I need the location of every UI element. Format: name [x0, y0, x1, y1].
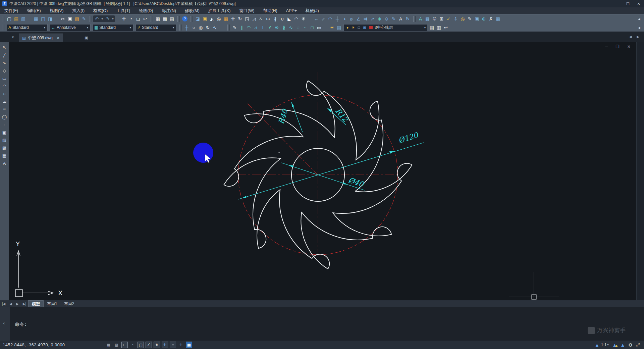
chevron-down-icon[interactable]: ▾ — [607, 343, 609, 346]
break-icon[interactable]: ∦ — [272, 15, 279, 22]
polar-toggle[interactable]: ◔ — [129, 342, 136, 348]
toolbar-grip[interactable] — [29, 16, 31, 22]
regen-icon[interactable]: ↻ — [204, 24, 211, 31]
layer-plot-icon[interactable]: ⊞ — [362, 24, 367, 31]
stretch-icon[interactable]: ◿ — [251, 15, 258, 22]
line-tool-icon[interactable]: — — [218, 24, 225, 31]
nearest-icon[interactable]: ∦ — [280, 24, 287, 31]
cut-icon[interactable]: ✂ — [59, 15, 66, 22]
polygon-tool[interactable]: ◇ — [1, 67, 8, 74]
zoom-realtime-icon[interactable]: ◔ — [127, 15, 135, 22]
block-tool[interactable]: ▣ — [1, 129, 8, 136]
table-tool[interactable]: ▦ — [1, 152, 8, 159]
chevron-down-icon[interactable]: ▼ — [172, 26, 175, 29]
menu-draw[interactable]: 绘图(D) — [135, 7, 157, 14]
workspace-switch-icon[interactable]: ▲ — [620, 342, 625, 348]
ellipse-tool[interactable]: ◯ — [1, 113, 8, 121]
symbol-icon[interactable]: © — [431, 15, 438, 22]
redo-dropdown[interactable]: ▾ — [111, 15, 115, 22]
toolbar-grip[interactable] — [309, 16, 311, 22]
quickprop-toggle[interactable]: ✛ — [178, 342, 184, 348]
text-scale-icon[interactable]: ⇕ — [452, 15, 459, 22]
gear-icon[interactable]: ⚙ — [628, 342, 633, 348]
menu-tools[interactable]: 工具(T) — [112, 7, 135, 14]
block-edit-icon[interactable]: ▣ — [473, 15, 480, 22]
table-icon[interactable]: ▦ — [424, 15, 431, 22]
spline-tool[interactable]: ≈ — [1, 105, 8, 113]
mtext-tool[interactable]: A — [1, 159, 8, 167]
dim-arc-icon[interactable]: ◠ — [327, 15, 334, 22]
dim-angular-icon[interactable]: ∠ — [355, 15, 362, 22]
dyn-input-toggle[interactable]: ✛ — [162, 342, 168, 348]
undo-dropdown[interactable]: ▾ — [100, 15, 104, 22]
dim-linear-icon[interactable]: ↔ — [313, 15, 320, 22]
menu-edit[interactable]: 编辑(E) — [22, 7, 45, 14]
plot-icon[interactable]: ▦ — [33, 15, 40, 22]
offset-icon[interactable]: ◎ — [215, 15, 222, 22]
dim-radius-icon[interactable]: ◑ — [341, 15, 348, 22]
dim-diameter-icon[interactable]: ⌀ — [348, 15, 355, 22]
circle-tool-icon[interactable]: ○ — [190, 24, 197, 31]
layer-color-swatch[interactable] — [369, 26, 373, 29]
dim-text-edit-icon[interactable]: A — [397, 15, 404, 22]
menu-help[interactable]: 帮助(H) — [259, 7, 281, 14]
angle-snap-toggle[interactable]: ∠ — [146, 342, 152, 348]
open-file-icon[interactable]: ▤ — [13, 15, 20, 22]
tab-layout2[interactable]: 布局2 — [61, 300, 78, 307]
toolbar-overflow-button[interactable]: ◂ — [636, 24, 643, 31]
osnap-toggle[interactable]: ▢ — [138, 342, 144, 348]
explode-icon[interactable]: ✳ — [300, 15, 307, 22]
intersect-icon[interactable]: ⊻ — [266, 24, 273, 31]
arc-mode-icon[interactable]: ◠ — [245, 24, 252, 31]
command-window[interactable]: ✕ 命令: 命令: _saveas 命令: 自动保存到 C:\Users\ABC… — [0, 307, 644, 341]
toolbar-grip[interactable] — [413, 16, 416, 22]
toolbar-grip[interactable] — [2, 16, 4, 22]
layout-nav-prev[interactable]: ◀ — [9, 302, 12, 306]
menu-file[interactable]: 文件(F) — [0, 7, 22, 14]
toolbar-grip[interactable] — [2, 24, 4, 31]
snap-toggle[interactable]: ▦ — [105, 342, 112, 348]
undo-icon[interactable]: ↶ — [93, 15, 100, 22]
toolbar-grip[interactable] — [227, 24, 230, 31]
new-file-icon[interactable]: ▢ — [6, 15, 13, 22]
tab-scroll-arrows[interactable]: ◀ ▶ — [629, 35, 641, 39]
layer-freeze-icon[interactable]: ☀ — [351, 24, 356, 31]
select-tool[interactable]: ↖ — [1, 44, 8, 51]
dim-leader-icon[interactable]: ↗ — [369, 15, 376, 22]
toolbar-grip[interactable] — [177, 16, 180, 22]
copy-icon[interactable]: ▣ — [201, 15, 208, 22]
menu-modify[interactable]: 修改(M) — [180, 7, 204, 14]
menu-app-plus[interactable]: APP+ — [282, 7, 301, 14]
properties-icon[interactable]: ▤ — [168, 15, 175, 22]
chevron-down-icon[interactable]: ▼ — [43, 26, 46, 29]
help-icon[interactable]: ? — [182, 16, 187, 21]
text-style-combo[interactable]: A Standard ▼ — [7, 24, 48, 31]
layer-combo[interactable]: ●☀□⊞ 3中心线层 ▾ — [343, 24, 427, 31]
calculator-icon[interactable]: ▦ — [154, 15, 161, 22]
otrack-toggle[interactable]: ↯ — [154, 342, 160, 348]
rectangle-tool[interactable]: ▭ — [1, 74, 8, 82]
trim-icon[interactable]: ✁ — [258, 15, 265, 22]
menu-window[interactable]: 窗口(W) — [235, 7, 259, 14]
node-icon[interactable]: ◌ — [294, 24, 302, 31]
purge-icon[interactable]: ✗ — [487, 15, 494, 22]
layer-on-icon[interactable]: ● — [345, 24, 350, 31]
layer-previous-icon[interactable]: ↩ — [442, 24, 449, 31]
mirror-icon[interactable]: ◭ — [208, 15, 215, 22]
publish-icon[interactable]: ◨ — [47, 15, 54, 22]
layer-walk-icon[interactable]: ▥ — [435, 24, 442, 31]
point-tool[interactable]: ∙ — [1, 121, 8, 129]
menu-view[interactable]: 视图(V) — [45, 7, 68, 14]
zoom-previous-icon[interactable]: ↩ — [142, 15, 149, 22]
circle-tool[interactable]: ○ — [1, 90, 8, 98]
annotation-visibility-icon[interactable]: ▲ — [595, 342, 599, 348]
chevron-down-icon[interactable]: ▼ — [86, 26, 89, 29]
chamfer-icon[interactable]: ◣ — [286, 15, 293, 22]
dim-style-combo[interactable]: ↔ Annotative ▼ — [50, 24, 91, 31]
hatch-tool[interactable]: ▨ — [1, 136, 8, 144]
command-close-icon[interactable]: ✕ — [3, 321, 5, 326]
fillet-icon[interactable]: ◠ — [293, 15, 300, 22]
extend-icon[interactable]: ↦ — [265, 15, 272, 22]
dim-center-mark-icon[interactable]: ⊙ — [383, 15, 390, 22]
dim-edit-icon[interactable]: ✎ — [390, 15, 397, 22]
